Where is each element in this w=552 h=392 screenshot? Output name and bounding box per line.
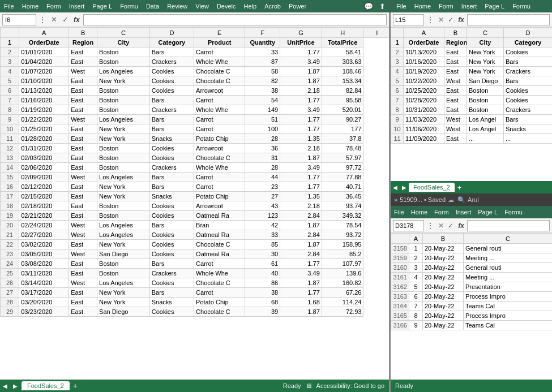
left-data-cell[interactable]: 40 <box>245 269 280 278</box>
left-data-cell[interactable]: 90.27 <box>322 115 363 124</box>
left-data-cell[interactable]: 1.77 <box>280 96 322 105</box>
right-top-data-cell[interactable]: Crackers <box>504 67 553 76</box>
left-table-row[interactable]: 1602/12/2020EastNew YorkBarsCarrot231.77… <box>1 182 390 192</box>
left-data-cell[interactable]: West <box>69 278 97 288</box>
left-data-cell[interactable]: 3.49 <box>280 163 322 173</box>
right-bot-check[interactable]: ✓ <box>447 222 456 230</box>
right-top-row[interactable]: 1011/06/2020WestLos AngelSnacks <box>391 124 553 134</box>
left-table-row[interactable]: 1101/28/2020EastNew YorkSnacksPotato Chi… <box>1 134 390 144</box>
left-data-cell[interactable]: East <box>69 298 97 307</box>
left-data-cell[interactable]: 33 <box>245 48 280 57</box>
right-top-data-cell[interactable]: 7 <box>391 96 404 105</box>
left-data-cell[interactable]: 28 <box>1 298 19 307</box>
left-data-cell[interactable]: 3 <box>1 57 19 67</box>
right-bot-data-cell[interactable]: 3162 <box>391 282 409 292</box>
left-data-cell[interactable]: 95.58 <box>322 96 363 105</box>
left-header-cell[interactable]: Quantity <box>245 38 280 48</box>
left-data-cell[interactable]: 1.87 <box>280 278 322 288</box>
left-data-cell[interactable]: Cookies <box>149 278 194 288</box>
left-data-cell[interactable]: Los Angeles <box>97 230 150 240</box>
left-data-cell[interactable]: 1.68 <box>280 298 322 307</box>
left-data-cell[interactable]: Cookies <box>149 144 194 153</box>
col-E[interactable]: E <box>194 28 245 38</box>
left-data-cell[interactable]: Bars <box>149 288 194 298</box>
right-bot-data-cell[interactable]: 20-May-22 <box>423 292 464 301</box>
right-top-data-cell[interactable]: Snacks <box>504 124 553 134</box>
right-top-data-cell[interactable]: West <box>444 115 467 124</box>
right-col-A[interactable]: A <box>404 28 444 38</box>
left-data-cell[interactable]: East <box>69 96 97 105</box>
menu-formu-right[interactable]: Formu <box>508 2 534 11</box>
right-col-D[interactable]: D <box>504 28 553 38</box>
left-data-cell[interactable]: Cookies <box>149 76 194 86</box>
left-data-cell[interactable]: 82.84 <box>322 86 363 96</box>
right-bot-data-cell[interactable]: 7 <box>409 301 423 311</box>
right-bot-data-cell[interactable]: 3163 <box>391 292 409 301</box>
left-data-cell[interactable]: West <box>69 221 97 230</box>
menu-form-left[interactable]: Form <box>42 2 65 11</box>
left-data-cell[interactable]: Carrot <box>194 182 245 192</box>
right-bot-data-cell[interactable]: 3164 <box>391 301 409 311</box>
left-data-cell[interactable]: 85.2 <box>322 249 363 259</box>
menu-develc-left[interactable]: Develc <box>213 2 240 11</box>
right-top-data-cell[interactable]: 8 <box>391 105 404 115</box>
left-data-cell[interactable]: East <box>69 240 97 249</box>
right-bot-data-cell[interactable]: 2 <box>409 253 423 263</box>
menu-data-left[interactable]: Data <box>142 2 163 11</box>
right-top-data-cell[interactable]: 3 <box>391 57 404 67</box>
right-top-row[interactable]: 710/28/2020EastBostonCookies <box>391 96 553 105</box>
left-data-cell[interactable]: Carrot <box>194 96 245 105</box>
left-table-row[interactable]: 201/01/2020EastBostonBarsCarrot331.7758.… <box>1 48 390 57</box>
left-data-cell[interactable]: 1.77 <box>280 182 322 192</box>
right-top-data-cell[interactable]: 6 <box>391 86 404 96</box>
left-header-cell[interactable]: City <box>97 38 150 48</box>
left-data-cell[interactable]: East <box>69 211 97 221</box>
menu-form-2nd[interactable]: Form <box>431 208 452 217</box>
right-top-data-cell[interactable]: 10/16/2020 <box>404 57 444 67</box>
right-top-data-cell[interactable]: 2 <box>391 48 404 57</box>
left-data-cell[interactable]: Boston <box>97 153 150 163</box>
right-bot-data-cell[interactable]: Presentation <box>464 282 553 292</box>
left-data-cell[interactable]: 03/05/2020 <box>19 249 69 259</box>
left-table-row[interactable]: 2403/08/2020EastBostonBarsCarrot611.7710… <box>1 259 390 269</box>
left-data-cell[interactable]: Bars <box>149 124 194 134</box>
left-data-cell[interactable]: 1.77 <box>280 124 322 134</box>
left-data-cell[interactable]: Carrot <box>194 259 245 269</box>
left-data-cell[interactable]: 13 <box>1 153 19 163</box>
left-data-cell[interactable]: 149 <box>245 105 280 115</box>
left-data-cell[interactable]: Oatmeal Ra <box>194 211 245 221</box>
right-bot-data-cell[interactable]: Process Impro <box>464 292 553 301</box>
left-data-cell[interactable]: 01/19/2020 <box>19 105 69 115</box>
right-bottom-grid-scroll[interactable]: A B C 3158120-May-22General routi3159220… <box>391 233 552 380</box>
col-A[interactable]: A <box>19 28 69 38</box>
right-bot-data-cell[interactable]: 3158 <box>391 244 409 253</box>
left-table-row[interactable]: 1201/31/2020EastBostonCookiesArrowroot36… <box>1 144 390 153</box>
left-data-cell[interactable]: 54 <box>245 96 280 105</box>
left-data-cell[interactable]: 03/08/2020 <box>19 259 69 269</box>
left-data-cell[interactable]: Bars <box>149 182 194 192</box>
left-data-cell[interactable]: 1.87 <box>280 67 322 76</box>
right-add-sheet[interactable]: + <box>455 183 465 192</box>
left-data-cell[interactable]: 16 <box>1 182 19 192</box>
left-data-cell[interactable]: Arrowroot <box>194 144 245 153</box>
left-table-row[interactable]: 701/16/2020EastBostonBarsCarrot541.7795.… <box>1 96 390 105</box>
right-bot-data-cell[interactable]: 5 <box>409 282 423 292</box>
left-data-cell[interactable]: 82 <box>245 76 280 86</box>
left-data-cell[interactable]: 18 <box>1 201 19 211</box>
left-data-cell[interactable]: 61 <box>245 259 280 269</box>
left-data-cell[interactable]: East <box>69 105 97 115</box>
left-data-cell[interactable]: 03/11/2020 <box>19 269 69 278</box>
left-table-row[interactable]: 2002/24/2020WestLos AngelesBarsBran421.8… <box>1 221 390 230</box>
left-table-row[interactable]: 1902/21/2020EastBostonCookiesOatmeal Ra1… <box>1 211 390 221</box>
left-data-cell[interactable]: East <box>69 201 97 211</box>
right-bot-data-cell[interactable]: 3166 <box>391 321 409 330</box>
left-formula-input[interactable] <box>83 14 387 25</box>
right-top-row[interactable]: 1OrderDateRegionCityCategory <box>391 38 553 48</box>
left-data-cell[interactable]: Bars <box>149 96 194 105</box>
right-top-data-cell[interactable]: Crackers <box>504 105 553 115</box>
left-data-cell[interactable]: 03/17/2020 <box>19 288 69 298</box>
left-table-row[interactable]: 501/10/2020EastNew YorkCookiesChocolate … <box>1 76 390 86</box>
left-data-cell[interactable]: 03/14/2020 <box>19 278 69 288</box>
col-C[interactable]: C <box>97 28 150 38</box>
left-data-cell[interactable]: 38 <box>245 288 280 298</box>
